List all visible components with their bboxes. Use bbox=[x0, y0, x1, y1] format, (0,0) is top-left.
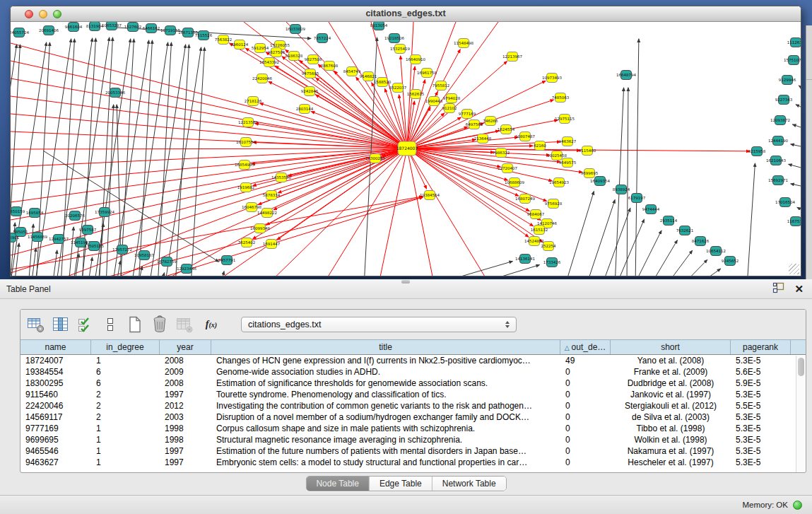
graph-edge[interactable] bbox=[139, 40, 152, 276]
graph-edge[interactable] bbox=[791, 184, 801, 186]
graph-edge[interactable] bbox=[747, 163, 755, 276]
table-cell: 0 bbox=[560, 434, 611, 445]
graph-node-label: 12720407 bbox=[498, 166, 517, 170]
table-cell: 6 bbox=[91, 366, 160, 378]
graph-edge-red[interactable] bbox=[11, 148, 407, 185]
graph-edge-red[interactable] bbox=[311, 112, 407, 148]
tab-node-table[interactable]: Node Table bbox=[306, 477, 370, 491]
graph-edge-red[interactable] bbox=[152, 148, 407, 276]
table-row[interactable]: 1938455462009Genome-wide association stu… bbox=[20, 366, 806, 378]
graph-node-label: 15325419 bbox=[390, 47, 410, 51]
graph-node-label: 9794028 bbox=[443, 96, 461, 100]
graph-edge[interactable] bbox=[789, 164, 801, 168]
graph-edge[interactable] bbox=[52, 250, 57, 276]
function-builder-icon[interactable]: f(x) bbox=[199, 315, 223, 334]
graph-edge[interactable] bbox=[160, 273, 165, 276]
column-visibility-icon[interactable] bbox=[51, 315, 71, 334]
tab-network-table[interactable]: Network Table bbox=[433, 477, 506, 491]
graph-edge[interactable] bbox=[31, 248, 36, 276]
graph-node-label: 14524851 bbox=[524, 239, 544, 243]
graph-edge[interactable] bbox=[69, 227, 73, 276]
graph-edge-red[interactable] bbox=[277, 148, 407, 240]
table-selector-dropdown[interactable]: citations_edges.txt bbox=[241, 317, 517, 332]
graph-edge-red[interactable] bbox=[11, 148, 407, 202]
table-row[interactable]: 1830029562008Estimation of significance … bbox=[20, 378, 806, 389]
graph-edge-red[interactable] bbox=[11, 148, 407, 220]
network-canvas[interactable]: 1872400718300295193845541522605598275068… bbox=[11, 22, 801, 276]
table-cell: Franke et al. (2009) bbox=[611, 366, 731, 378]
graph-edge-red[interactable] bbox=[131, 197, 423, 276]
table-row[interactable]: 1456911722003Disruption of a novel membe… bbox=[20, 411, 806, 423]
select-rows-icon[interactable] bbox=[76, 315, 95, 334]
column-header-title[interactable]: title bbox=[211, 340, 560, 354]
graph-edge[interactable] bbox=[425, 262, 512, 276]
graph-edge[interactable] bbox=[88, 257, 93, 276]
table-row[interactable]: 1872400712008Changes of HCN gene express… bbox=[20, 355, 806, 366]
column-header-name[interactable]: name bbox=[20, 340, 91, 354]
graph-edge[interactable] bbox=[586, 200, 615, 276]
graph-edge[interactable] bbox=[695, 269, 721, 276]
graph-edge[interactable] bbox=[220, 271, 224, 276]
graph-edge[interactable] bbox=[681, 259, 707, 276]
graph-edge-red[interactable] bbox=[11, 148, 407, 167]
scrollbar-thumb[interactable] bbox=[798, 358, 804, 376]
graph-edge-red[interactable] bbox=[11, 148, 407, 273]
graph-node-label: 10688609 bbox=[505, 180, 524, 185]
graph-edge-red[interactable] bbox=[407, 148, 500, 167]
table-vertical-scrollbar[interactable] bbox=[796, 356, 805, 473]
resize-grip-icon[interactable] bbox=[789, 264, 799, 274]
column-header-in_degree[interactable]: in_degree bbox=[91, 340, 160, 354]
column-header-out_de[interactable]: △out_de… bbox=[560, 340, 611, 354]
graph-edge-red[interactable] bbox=[407, 148, 435, 276]
table-row[interactable]: 946554611997Estimation of the future num… bbox=[20, 445, 806, 457]
graph-edge-red[interactable] bbox=[11, 197, 423, 269]
table-row[interactable]: 911546021997Tourette syndrome. Phenomeno… bbox=[20, 389, 806, 400]
graph-edge-red[interactable] bbox=[407, 22, 498, 148]
table-row[interactable]: 977716911998Corpus callosum shape and si… bbox=[20, 423, 806, 434]
column-header-pagerank[interactable]: pagerank bbox=[731, 340, 791, 354]
graph-node-label: 17016504 bbox=[775, 200, 795, 204]
graph-edge[interactable] bbox=[791, 144, 801, 146]
graph-edge[interactable] bbox=[796, 105, 801, 107]
table-row[interactable]: 946362711997Embryonic stem cells: a mode… bbox=[20, 457, 806, 468]
table-cell: 0 bbox=[560, 366, 611, 378]
graph-edge[interactable] bbox=[792, 124, 801, 127]
graph-edge[interactable] bbox=[797, 207, 801, 209]
graph-edge-red[interactable] bbox=[11, 148, 407, 255]
row-height-icon[interactable] bbox=[100, 315, 120, 334]
table-row[interactable]: 969969511998Structural magnetic resonanc… bbox=[20, 434, 806, 445]
float-panel-icon[interactable] bbox=[772, 282, 784, 296]
delete-table-icon[interactable] bbox=[175, 315, 194, 334]
column-header-year[interactable]: year bbox=[160, 340, 211, 354]
graph-edge-red[interactable] bbox=[266, 148, 407, 225]
column-header-short[interactable]: short bbox=[611, 340, 731, 354]
graph-node-label: 13505135 bbox=[84, 244, 104, 248]
graph-edge[interactable] bbox=[467, 265, 539, 276]
table-cell: 2012 bbox=[160, 400, 211, 411]
graph-edge-red[interactable] bbox=[401, 56, 407, 148]
graph-node-label: 1112632 bbox=[787, 40, 801, 45]
network-window-titlebar[interactable]: citations_edges.txt bbox=[11, 6, 801, 22]
graph-edge[interactable] bbox=[158, 42, 171, 276]
table-toolbar: f(x) citations_edges.txt bbox=[20, 310, 806, 339]
graph-edge[interactable] bbox=[616, 219, 644, 276]
new-column-icon[interactable] bbox=[125, 315, 145, 334]
close-panel-icon[interactable]: ✕ bbox=[794, 284, 804, 294]
table-cell: 5.3E-5 bbox=[731, 423, 791, 434]
delete-column-icon[interactable] bbox=[150, 315, 170, 334]
graph-edge-red[interactable] bbox=[378, 148, 407, 276]
graph-edge[interactable] bbox=[633, 230, 661, 276]
panel-divider-handle[interactable] bbox=[401, 280, 410, 284]
graph-edge[interactable] bbox=[627, 88, 628, 276]
graph-edge[interactable] bbox=[565, 192, 594, 276]
tab-edge-table[interactable]: Edge Table bbox=[370, 477, 433, 491]
graph-edge-red[interactable] bbox=[11, 148, 407, 149]
graph-edge[interactable] bbox=[94, 39, 131, 276]
graph-edge[interactable] bbox=[175, 45, 189, 276]
graph-edge[interactable] bbox=[799, 86, 801, 87]
table-settings-icon[interactable] bbox=[26, 315, 46, 334]
graph-edge-red[interactable] bbox=[11, 43, 407, 148]
table-cell: 1 bbox=[91, 355, 160, 366]
memory-status-icon[interactable] bbox=[793, 501, 802, 510]
table-row[interactable]: 2242004622012Investigating the contribut… bbox=[20, 400, 806, 411]
